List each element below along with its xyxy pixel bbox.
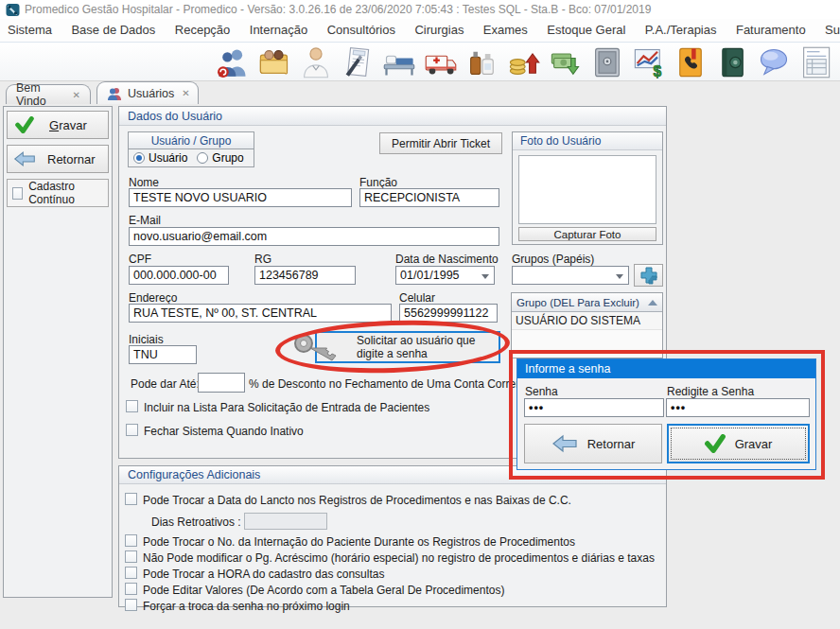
photo-box: Foto do Usuário Capturar Foto	[512, 131, 663, 245]
acrescimo-checkbox[interactable]	[125, 550, 137, 563]
retornar-button[interactable]: Retornar	[7, 145, 109, 173]
forcar-senha-label: Forçar a troca da senha no próximo login	[143, 600, 350, 613]
phonebook-icon[interactable]	[672, 44, 709, 80]
menu-faturamento[interactable]: Faturamento	[728, 19, 814, 42]
permitir-abrir-ticket-button[interactable]: Permitir Abrir Ticket	[379, 132, 502, 154]
patients-folder-icon[interactable]	[255, 44, 293, 80]
radio-usuario-label: Usuário	[149, 151, 187, 165]
user-group-box-title: Usuário / Grupo	[128, 131, 254, 149]
tab-usuarios[interactable]: Usuários ✕	[96, 81, 199, 104]
grupos-combo[interactable]	[512, 266, 629, 285]
celular-label: Celular	[399, 291, 435, 305]
cadastro-continuo-checkbox[interactable]	[12, 187, 23, 200]
permitir-abrir-ticket-label: Permitir Abrir Ticket	[392, 137, 490, 150]
grupo-grid-row[interactable]: USUÁRIO DO SISTEMA	[512, 312, 662, 330]
dialog-retornar-button[interactable]: Retornar	[524, 424, 662, 463]
funcao-input[interactable]	[359, 188, 499, 207]
menu-cirurgias[interactable]: Cirurgias	[407, 19, 471, 42]
hora-checkbox[interactable]	[125, 567, 137, 579]
hospital-bed-icon[interactable]	[380, 44, 418, 80]
capturar-foto-button[interactable]: Capturar Foto	[518, 227, 656, 241]
user-data-panel-title: Dados do Usuário	[119, 107, 666, 126]
email-label: E-Mail	[129, 214, 161, 227]
dropdown-arrow-icon	[616, 274, 623, 279]
grupo-grid-header-label: Grupo (DEL Para Excluir)	[516, 293, 648, 312]
window-title: Promedico Gestão Hospitalar - Promedico …	[25, 0, 651, 19]
tab-usuarios-close-icon[interactable]: ✕	[182, 88, 189, 98]
tab-bem-vindo[interactable]: Bem Vindo ✕	[6, 84, 91, 104]
celular-input[interactable]	[399, 304, 498, 323]
nome-input[interactable]	[129, 188, 352, 207]
user-group-icon	[107, 87, 122, 100]
iniciais-label: Iniciais	[129, 333, 164, 346]
radio-usuario[interactable]: Usuário	[133, 151, 187, 165]
radio-grupo[interactable]: Grupo	[197, 151, 243, 165]
rg-input[interactable]	[254, 266, 356, 285]
menu-exames[interactable]: Exames	[476, 19, 535, 42]
valores-checkbox[interactable]	[125, 583, 137, 595]
iniciais-input[interactable]	[129, 345, 197, 364]
dialog-gravar-button[interactable]: Gravar	[667, 424, 810, 463]
senha-input[interactable]	[524, 398, 664, 417]
key-icon	[290, 331, 349, 365]
menu-consultorios[interactable]: Consultórios	[320, 19, 403, 42]
endereco-input[interactable]	[129, 304, 392, 323]
chat-icon[interactable]	[755, 44, 793, 80]
data-lancto-label: Pode Trocar a Data do Lancto nos Registr…	[143, 494, 571, 507]
doctor-icon[interactable]	[297, 44, 335, 80]
ambulance-icon[interactable]	[422, 44, 460, 80]
dias-retroativos-input[interactable]	[244, 513, 327, 530]
nascimento-combo[interactable]: 01/01/1995	[395, 266, 495, 285]
grupo-grid-header[interactable]: Grupo (DEL Para Excluir)	[512, 293, 662, 312]
medical-record-icon[interactable]	[339, 44, 376, 80]
menu-estoque-geral[interactable]: Estoque Geral	[539, 19, 633, 42]
pharmacy-icon[interactable]	[464, 44, 501, 80]
app-logo-icon	[6, 3, 20, 17]
solicitar-senha-button[interactable]: Solicitar ao usuário que digite a senha	[315, 331, 500, 363]
internacao-checkbox[interactable]	[125, 534, 137, 547]
data-lancto-checkbox[interactable]	[125, 493, 137, 505]
menu-internacao[interactable]: Internação	[242, 19, 315, 42]
rg-label: RG	[254, 253, 271, 266]
check-icon	[705, 434, 726, 453]
menu-pa-terapias[interactable]: P.A./Terapias	[638, 19, 725, 42]
desconto-suffix: % de Desconto no Fechamento de Uma Conta…	[249, 377, 532, 391]
report-icon[interactable]	[796, 44, 834, 80]
incluir-lista-checkbox[interactable]	[126, 400, 138, 412]
email-input[interactable]	[129, 227, 499, 246]
finance-chart-icon[interactable]: $	[630, 44, 668, 80]
hora-label: Pode Trocar a HORA do cadastro das consu…	[143, 568, 384, 581]
cadastro-continuo-label: Cadastro Contínuo	[28, 180, 108, 206]
fechar-sistema-checkbox[interactable]	[126, 424, 138, 436]
password-dialog: Informe a senha Senha Redigite a Senha R…	[516, 358, 816, 470]
gravar-button[interactable]: Gravar	[7, 111, 109, 139]
forcar-senha-checkbox[interactable]	[125, 599, 137, 611]
sort-ascending-icon	[648, 300, 657, 306]
acrescimo-label: Não Pode modificar o Pg. Acréscimo (horá…	[143, 551, 655, 565]
ledger-book-icon[interactable]	[713, 44, 751, 80]
add-group-icon	[639, 266, 658, 285]
add-group-button[interactable]	[634, 264, 663, 287]
dialog-gravar-label: Gravar	[735, 437, 773, 451]
payment-down-icon[interactable]	[547, 44, 585, 80]
users-icon[interactable]	[214, 44, 252, 80]
cpf-input[interactable]	[129, 266, 229, 285]
capturar-foto-label: Capturar Foto	[554, 229, 621, 240]
menu-sus-ans[interactable]: Sus/Ans	[817, 19, 840, 42]
valores-label: Pode Editar Valores (De Acordo com a Tab…	[143, 584, 504, 597]
tab-usuarios-label: Usuários	[128, 87, 174, 100]
senha-label: Senha	[525, 385, 558, 398]
revenue-up-icon[interactable]	[505, 44, 543, 80]
tab-bar: Bem Vindo ✕ Usuários ✕	[0, 81, 840, 104]
redigite-label: Redigite a Senha	[667, 385, 754, 398]
back-arrow-icon	[13, 150, 36, 167]
desconto-input[interactable]	[198, 373, 245, 393]
redigite-input[interactable]	[666, 398, 810, 417]
fechar-sistema-label: Fechar Sistema Quando Inativo	[144, 425, 304, 438]
menu-base-de-dados[interactable]: Base de Dados	[63, 19, 163, 42]
menu-recepcao[interactable]: Recepção	[167, 19, 238, 42]
safe-icon[interactable]	[588, 44, 626, 80]
menu-sistema[interactable]: Sistema	[0, 19, 60, 42]
tab-bem-vindo-close-icon[interactable]: ✕	[73, 90, 80, 100]
desconto-label: Pode dar Até:	[131, 377, 200, 391]
